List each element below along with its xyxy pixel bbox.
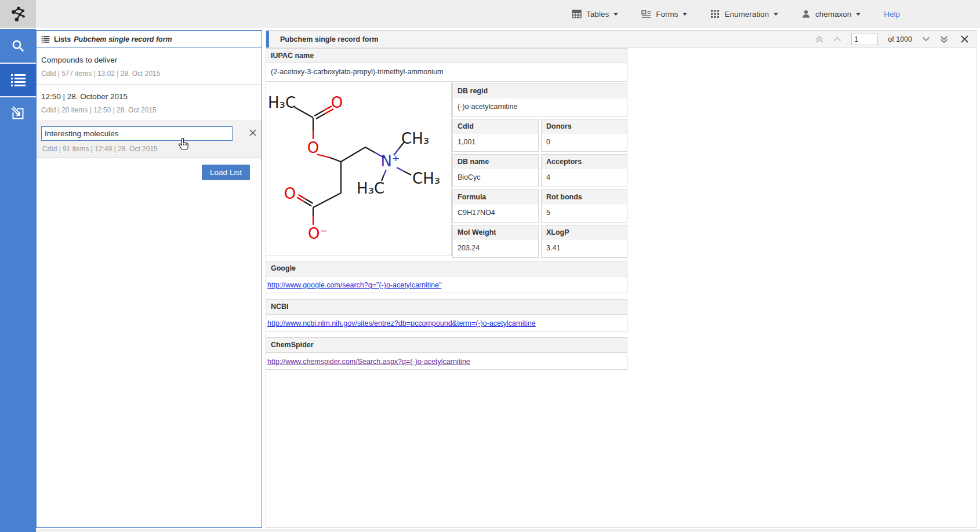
lists-panel-title: Lists (54, 35, 71, 43)
menu-user-chemaxon[interactable]: chemaxon (801, 9, 861, 19)
link-row: http://www.chemspider.com/Search.aspx?q=… (266, 353, 627, 369)
menu-label: Enumeration (724, 10, 769, 19)
property-value: C9H17NO4 (453, 205, 538, 222)
pagination: of 1000 (815, 31, 969, 48)
user-icon (801, 9, 811, 19)
list-item[interactable]: 12:50 | 28. October 2015 CdId | 20 items… (37, 85, 262, 121)
form-icon (641, 9, 651, 19)
export-icon (10, 106, 26, 121)
iupac-value: (2-acetoxy-3-carboxylato-propyl)-trimeth… (266, 63, 627, 82)
link-row: http://www.ncbi.nlm.nih.gov/sites/entrez… (266, 315, 627, 331)
record-count-label: of 1000 (888, 35, 912, 43)
list-name-input[interactable] (41, 126, 233, 141)
google-link[interactable]: http://www.google.com/search?q="(-)o-ace… (267, 281, 441, 289)
property-cell: Formula C9H17NO4 (452, 190, 539, 223)
chevron-down-icon (774, 13, 778, 16)
app-logo[interactable] (0, 0, 36, 28)
property-label: Formula (453, 190, 538, 205)
property-group: Mol Weight 203.24 XLogP 3.41 (452, 225, 627, 258)
property-cell: Rot bonds 5 (541, 190, 627, 223)
molecule-drawing: H₃C CH₃ CH₃ H₃C O O O O⁻ N⁺ (266, 82, 451, 255)
link-section-label: ChemSpider (266, 338, 627, 353)
link-section-label: Google (266, 261, 627, 276)
property-label: Donors (542, 119, 627, 134)
close-icon[interactable] (960, 35, 969, 43)
lists-icon (10, 73, 26, 87)
topbar: Tables Forms Enumeration (0, 0, 980, 28)
property-cell: DB name BioCyc (452, 154, 539, 187)
load-list-button[interactable]: Load List (202, 165, 250, 180)
menu-enumeration[interactable]: Enumeration (710, 9, 778, 19)
last-record-button[interactable] (940, 35, 948, 43)
sidebar-item-lists[interactable] (0, 63, 36, 96)
list-item-meta: CdId | 91 items | 12:49 | 28. Oct 2015 (41, 145, 257, 152)
chemspider-link[interactable]: http://www.chemspider.com/Search.aspx?q=… (267, 358, 470, 366)
property-cell: XLogP 3.41 (541, 225, 627, 258)
chevron-down-icon (683, 13, 687, 16)
search-icon (10, 38, 26, 53)
property-value: 0 (542, 134, 627, 151)
property-label: DB regid (453, 84, 627, 99)
property-value: 3.41 (542, 240, 627, 257)
atom-label: CH₃ (401, 130, 429, 147)
property-cell: Mol Weight 203.24 (452, 225, 539, 258)
atom-label: O (331, 94, 343, 111)
property-label: CdId (453, 119, 538, 134)
list-item-editing[interactable]: CdId | 91 items | 12:49 | 28. Oct 2015 (37, 121, 262, 158)
help-link[interactable]: Help (884, 10, 900, 19)
property-group: CdId 1,001 Donors 0 (452, 119, 627, 152)
enumeration-grid-icon (710, 9, 720, 19)
accent-bar (266, 31, 269, 48)
list-item-name: 12:50 | 28. October 2015 (41, 93, 257, 101)
property-cell: Donors 0 (541, 119, 627, 152)
topbar-menus: Tables Forms Enumeration (572, 0, 980, 28)
chevron-down-icon (856, 13, 861, 16)
load-row: Load List (37, 165, 262, 180)
chemaxon-logo-icon (9, 5, 27, 23)
property-cell: DB regid (-)o-acetylcarnitine (452, 83, 627, 116)
property-value: (-)o-acetylcarnitine (453, 99, 627, 116)
menu-tables[interactable]: Tables (572, 9, 618, 19)
list-item-meta: CdId | 20 items | 12:50 | 28. Oct 2015 (41, 107, 257, 114)
form-panel-header: Pubchem single record form of 1000 (266, 31, 976, 48)
bottom-strip (36, 529, 980, 532)
property-label: XLogP (542, 225, 627, 240)
property-value: 4 (542, 169, 627, 187)
next-record-button[interactable] (922, 37, 930, 42)
chevron-down-icon (614, 13, 618, 16)
sidebar-item-export[interactable] (0, 96, 36, 130)
property-label: Rot bonds (542, 190, 627, 205)
property-label: DB name (453, 155, 538, 169)
menu-forms[interactable]: Forms (641, 9, 687, 19)
property-value: 203.24 (453, 240, 538, 257)
sidebar-item-search[interactable] (0, 29, 36, 63)
atom-label: CH₃ (412, 170, 440, 187)
property-value: BioCyc (453, 169, 538, 187)
atom-label: H₃C (268, 94, 296, 111)
list-item[interactable]: Compounds to deliver CdId | 577 items | … (37, 48, 262, 85)
property-label: Acceptors (542, 155, 627, 169)
list-item-name: Compounds to deliver (41, 56, 257, 64)
structure-row: H₃C CH₃ CH₃ H₃C O O O O⁻ N⁺ (266, 82, 627, 258)
molecule-structure[interactable]: H₃C CH₃ CH₃ H₃C O O O O⁻ N⁺ (266, 82, 452, 256)
link-row: http://www.google.com/search?q="(-)o-ace… (266, 276, 627, 293)
atom-label: O (307, 139, 319, 156)
atom-label: H₃C (357, 180, 384, 197)
table-icon (572, 9, 582, 19)
list-item-meta: CdId | 577 items | 13:02 | 28. Oct 2015 (41, 70, 257, 77)
property-group: Formula C9H17NO4 Rot bonds 5 (452, 190, 627, 223)
property-group: DB regid (-)o-acetylcarnitine (452, 83, 627, 116)
previous-record-button[interactable] (833, 37, 841, 42)
close-icon[interactable] (249, 129, 257, 137)
first-record-button[interactable] (815, 35, 823, 43)
ncbi-link[interactable]: http://www.ncbi.nlm.nih.gov/sites/entrez… (267, 319, 536, 327)
atom-label: N⁺ (380, 152, 400, 170)
lists-panel: Lists Pubchem single record form Compoun… (36, 30, 262, 528)
sidebar (0, 29, 36, 532)
record-number-input[interactable] (851, 34, 878, 45)
menu-label: Tables (586, 10, 609, 19)
atom-label: O⁻ (308, 225, 328, 242)
lists-panel-header: Lists Pubchem single record form (37, 31, 262, 48)
form-title: Pubchem single record form (280, 35, 378, 43)
lists-panel-subtitle: Pubchem single record form (74, 35, 172, 43)
